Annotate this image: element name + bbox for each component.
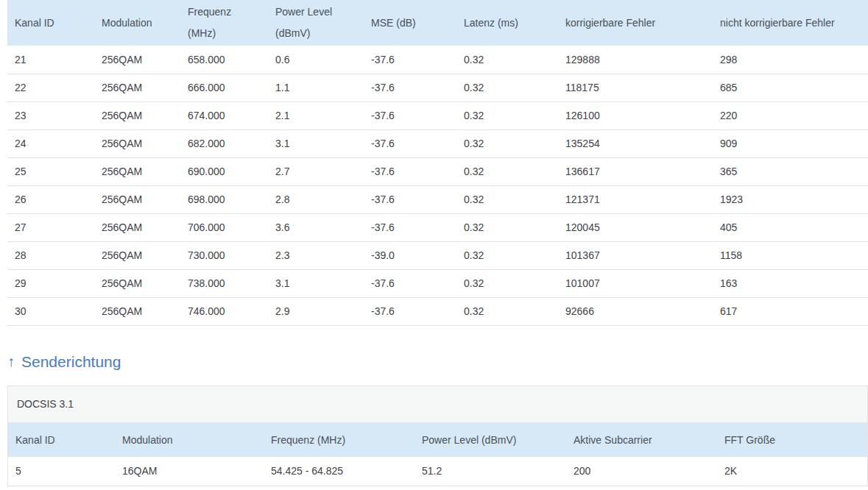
- table-row: 21256QAM658.0000.6-37.60.32129888298: [7, 46, 868, 74]
- table-cell: 3.6: [268, 213, 364, 241]
- table-row: 24256QAM682.0003.1-37.60.32135254909: [7, 129, 868, 157]
- table-cell: 2.1: [268, 102, 364, 129]
- column-header-fft-groesse: FFT Größe: [717, 423, 867, 457]
- upstream-section-heading: ↑ Senderichtung: [7, 351, 868, 373]
- table-cell: 2.9: [268, 297, 364, 325]
- table-cell: 256QAM: [94, 46, 180, 74]
- table-cell: 746.000: [180, 297, 268, 325]
- table-cell: 16QAM: [115, 457, 264, 486]
- docsis-group-label: DOCSIS 3.1: [8, 386, 867, 423]
- table-cell: 163: [713, 269, 868, 297]
- upstream-channel-table: Kanal ID Modulation Frequenz (MHz) Power…: [8, 423, 867, 486]
- column-header-mse: MSE (dB): [364, 0, 456, 46]
- column-header-kanal-id: Kanal ID: [7, 0, 94, 46]
- column-header-kanal-id: Kanal ID: [8, 423, 115, 457]
- table-cell: 0.6: [268, 46, 364, 74]
- table-cell: 2.8: [268, 185, 364, 213]
- table-cell: 0.32: [456, 269, 558, 297]
- downstream-table-body: 21256QAM658.0000.6-37.60.321298882982225…: [7, 46, 868, 325]
- arrow-up-icon: ↑: [7, 353, 15, 370]
- downstream-channel-table: Kanal ID Modulation Frequenz (MHz) Power…: [7, 0, 868, 326]
- table-cell: 51.2: [414, 457, 566, 486]
- table-cell: 256QAM: [94, 129, 180, 157]
- table-cell: 1923: [713, 185, 868, 213]
- table-cell: 21: [7, 46, 94, 74]
- table-cell: 690.000: [180, 157, 268, 185]
- table-cell: 1.1: [268, 74, 364, 102]
- table-cell: 2K: [717, 457, 867, 486]
- table-cell: 298: [713, 46, 868, 74]
- table-cell: 256QAM: [94, 157, 180, 185]
- table-row: 27256QAM706.0003.6-37.60.32120045405: [7, 213, 868, 241]
- table-cell: 25: [7, 157, 94, 185]
- table-cell: 738.000: [180, 269, 268, 297]
- table-cell: 0.32: [456, 213, 558, 241]
- table-cell: 666.000: [180, 74, 268, 102]
- table-cell: 92666: [558, 297, 713, 325]
- table-cell: -37.6: [364, 185, 456, 213]
- table-cell: 0.32: [456, 46, 558, 74]
- table-cell: 129888: [558, 46, 713, 74]
- table-cell: 617: [713, 297, 868, 325]
- table-cell: 120045: [558, 213, 713, 241]
- table-cell: 3.1: [268, 269, 364, 297]
- table-cell: -37.6: [364, 129, 456, 157]
- table-cell: 135254: [558, 129, 713, 157]
- column-header-korrigierbare-fehler: korrigierbare Fehler: [558, 0, 713, 46]
- table-cell: 365: [713, 157, 868, 185]
- table-cell: 5: [8, 457, 115, 486]
- table-row: 28256QAM730.0002.3-39.00.321013671158: [7, 241, 868, 269]
- table-cell: 23: [7, 102, 94, 129]
- table-cell: 256QAM: [94, 269, 180, 297]
- table-cell: 136617: [558, 157, 713, 185]
- upstream-header-row: Kanal ID Modulation Frequenz (MHz) Power…: [8, 423, 867, 457]
- column-header-power-level: Power Level (dBmV): [268, 0, 364, 46]
- downstream-header-row: Kanal ID Modulation Frequenz (MHz) Power…: [7, 0, 868, 46]
- table-cell: 220: [713, 102, 868, 129]
- table-cell: 685: [713, 74, 868, 102]
- table-cell: -37.6: [364, 269, 456, 297]
- table-cell: 0.32: [456, 241, 558, 269]
- table-cell: 0.32: [456, 297, 558, 325]
- table-cell: 658.000: [180, 46, 268, 74]
- table-cell: 54.425 - 64.825: [264, 457, 414, 486]
- column-header-latenz: Latenz (ms): [456, 0, 558, 46]
- table-cell: 698.000: [180, 185, 268, 213]
- upstream-heading-label: Senderichtung: [21, 353, 121, 371]
- table-cell: -37.6: [364, 157, 456, 185]
- table-cell: 3.1: [268, 129, 364, 157]
- table-cell: 200: [566, 457, 717, 486]
- table-cell: 126100: [558, 102, 713, 129]
- table-cell: 27: [7, 213, 94, 241]
- table-cell: 29: [7, 269, 94, 297]
- table-cell: -39.0: [364, 241, 456, 269]
- table-cell: 0.32: [456, 185, 558, 213]
- table-cell: 405: [713, 213, 868, 241]
- column-header-frequenz: Frequenz (MHz): [180, 0, 268, 46]
- upstream-table-container: DOCSIS 3.1 Kanal ID Modulation Frequenz …: [7, 386, 868, 486]
- table-cell: 909: [713, 129, 868, 157]
- table-cell: 101007: [558, 269, 713, 297]
- column-header-aktive-subcarrier: Aktive Subcarrier: [566, 423, 717, 457]
- table-cell: 2.3: [268, 241, 364, 269]
- table-cell: 26: [7, 185, 94, 213]
- column-header-modulation: Modulation: [94, 0, 180, 46]
- table-row: 22256QAM666.0001.1-37.60.32118175685: [7, 74, 868, 102]
- upstream-table-body: 516QAM54.425 - 64.82551.22002K: [8, 457, 867, 486]
- table-cell: 682.000: [180, 129, 268, 157]
- table-cell: 256QAM: [94, 241, 180, 269]
- table-cell: -37.6: [364, 74, 456, 102]
- table-row: 516QAM54.425 - 64.82551.22002K: [8, 457, 867, 486]
- table-row: 29256QAM738.0003.1-37.60.32101007163: [7, 269, 868, 297]
- table-cell: -37.6: [364, 213, 456, 241]
- column-header-power-level: Power Level (dBmV): [414, 423, 566, 457]
- table-cell: 706.000: [180, 213, 268, 241]
- column-header-nicht-korrigierbare-fehler: nicht korrigierbare Fehler: [713, 0, 868, 46]
- table-cell: 256QAM: [94, 102, 180, 129]
- table-cell: 0.32: [456, 102, 558, 129]
- column-header-modulation: Modulation: [115, 423, 264, 457]
- table-cell: 674.000: [180, 102, 268, 129]
- table-cell: 28: [7, 241, 94, 269]
- table-cell: 22: [7, 74, 94, 102]
- table-row: 25256QAM690.0002.7-37.60.32136617365: [7, 157, 868, 185]
